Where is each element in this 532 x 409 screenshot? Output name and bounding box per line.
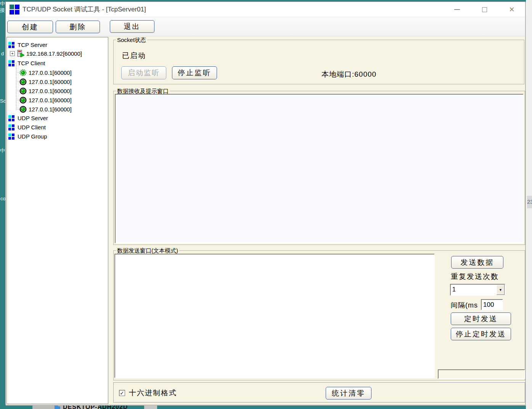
exit-button[interactable]: 退出 bbox=[110, 20, 154, 33]
create-button-label: 创建 bbox=[22, 22, 39, 32]
timed-send-button[interactable]: 定时发送 bbox=[451, 312, 511, 325]
category-squares-icon bbox=[8, 134, 14, 140]
start-listen-label: 启动监听 bbox=[128, 68, 160, 78]
tree-item-label: 127.0.0.1[60000] bbox=[29, 106, 72, 113]
tree-item-label: UDP Group bbox=[18, 133, 47, 140]
category-squares-icon bbox=[8, 60, 14, 66]
dropdown-arrow-icon: ▼ bbox=[499, 288, 502, 292]
stop-listen-button[interactable]: 停止监听 bbox=[172, 66, 217, 79]
tree-item-label: 127.0.0.1[60000] bbox=[29, 97, 72, 103]
tree-item-connection[interactable]: 127.0.0.1[60000] bbox=[19, 78, 72, 85]
send-status-strip bbox=[438, 369, 525, 379]
clear-stats-button[interactable]: 统计清零 bbox=[326, 387, 371, 399]
tree-item-label: TCP Client bbox=[18, 60, 45, 66]
socket-status-group: Socket状态 已启动 启动监听 停止监听 本地端口:60000 bbox=[113, 40, 524, 84]
tree-item-connection[interactable]: 127.0.0.1[60000] bbox=[19, 87, 72, 95]
title-bar: TCP/UDP Socket 调试工具 - [TcpServer01] ✕ bbox=[6, 2, 525, 17]
socket-status-group-title: Socket状态 bbox=[116, 37, 147, 44]
tree-line bbox=[16, 109, 19, 109]
send-data-label: 发送数据 bbox=[461, 258, 494, 267]
app-window: TCP/UDP Socket 调试工具 - [TcpServer01] ✕ 创建… bbox=[5, 2, 526, 405]
desktop-text-fragment: 中 bbox=[0, 1, 5, 6]
clear-stats-label: 统计清零 bbox=[332, 388, 365, 398]
tree-item-label: 127.0.0.1[60000] bbox=[29, 79, 72, 85]
tree-item-label: TCP Server bbox=[18, 42, 47, 48]
stop-timed-send-button[interactable]: 停止定时发送 bbox=[451, 328, 511, 340]
socket-status-text: 已启动 bbox=[122, 51, 146, 61]
local-port-text: 本地端口:60000 bbox=[321, 69, 376, 79]
desktop-text-fragment: 接 bbox=[0, 7, 5, 13]
send-data-button[interactable]: 发送数据 bbox=[451, 256, 503, 269]
tree-item-udp-client[interactable]: UDP Client bbox=[8, 124, 46, 130]
stop-timed-send-label: 停止定时发送 bbox=[456, 329, 506, 339]
start-listen-button[interactable]: 启动监听 bbox=[121, 66, 166, 79]
send-group: 数据发送窗口(文本模式) 发送数据 重复发送次数 1 ▼ 间隔(ms 定时发送 … bbox=[113, 250, 525, 380]
maximize-icon bbox=[482, 7, 487, 12]
tree-item-label: 127.0.0.1[60000] bbox=[29, 88, 72, 94]
hex-format-checkbox[interactable]: ✓ bbox=[119, 390, 125, 396]
tree-item-connection[interactable]: 127.0.0.1[60000] bbox=[19, 97, 72, 104]
tree-item-udp-server[interactable]: UDP Server bbox=[8, 115, 48, 121]
tree-line bbox=[16, 100, 19, 100]
tree-line bbox=[16, 72, 19, 73]
create-button[interactable]: 创建 bbox=[7, 21, 53, 33]
tree-item-label: 127.0.0.1[60000] bbox=[29, 69, 72, 76]
repeat-count-label: 重复发送次数 bbox=[451, 272, 499, 282]
tree-item-connection[interactable]: 127.0.0.1[60000] bbox=[19, 106, 72, 113]
hex-format-label: 十六进制格式 bbox=[129, 388, 177, 398]
app-logo-icon bbox=[10, 5, 19, 14]
connection-icon bbox=[19, 87, 27, 95]
desktop-text-fragment: 中 bbox=[0, 148, 5, 153]
tree-line bbox=[16, 63, 16, 110]
tree-line bbox=[16, 91, 19, 91]
repeat-count-value[interactable]: 1 bbox=[451, 285, 497, 295]
dropdown-button[interactable]: ▼ bbox=[497, 285, 505, 295]
bottom-bar: ✓ 十六进制格式 统计清零 bbox=[113, 382, 525, 403]
connection-icon bbox=[19, 78, 27, 85]
connection-active-icon bbox=[19, 69, 27, 76]
connection-icon bbox=[19, 97, 27, 104]
desktop-text-fragment: d bbox=[1, 51, 4, 56]
tree-item-label: UDP Client bbox=[18, 124, 46, 130]
timed-send-label: 定时发送 bbox=[464, 314, 498, 324]
tree-item-connection[interactable]: 127.0.0.1[60000] bbox=[19, 69, 72, 76]
socket-tree: TCP Server + 192.168.17.92[60000] TCP Cl… bbox=[6, 37, 108, 404]
desktop-text-fragment: Sc bbox=[0, 98, 6, 104]
exit-button-label: 退出 bbox=[124, 22, 141, 32]
server-running-icon bbox=[16, 50, 25, 57]
tree-item-server-instance[interactable]: + 192.168.17.92[60000] bbox=[10, 50, 82, 57]
minimize-icon bbox=[454, 9, 460, 10]
receive-group: 数据接收及提示窗口 bbox=[113, 91, 525, 245]
close-icon: ✕ bbox=[509, 6, 514, 13]
receive-textarea[interactable] bbox=[115, 94, 524, 243]
tree-line bbox=[16, 82, 19, 82]
stop-listen-label: 停止监听 bbox=[178, 68, 211, 78]
tree-item-udp-group[interactable]: UDP Group bbox=[8, 133, 47, 140]
expand-plus-icon[interactable]: + bbox=[10, 51, 15, 56]
tree-item-tcp-server[interactable]: TCP Server bbox=[8, 42, 47, 48]
window-title: TCP/UDP Socket 调试工具 - [TcpServer01] bbox=[23, 2, 146, 17]
delete-button-label: 删除 bbox=[69, 22, 86, 32]
check-icon: ✓ bbox=[120, 390, 124, 396]
interval-input[interactable] bbox=[481, 299, 503, 310]
desktop-text-fragment: co bbox=[0, 196, 6, 201]
send-textarea[interactable] bbox=[114, 254, 435, 378]
connection-icon bbox=[19, 106, 27, 113]
minimize-button[interactable] bbox=[448, 2, 466, 17]
tree-item-label: UDP Server bbox=[18, 115, 48, 121]
interval-label: 间隔(ms bbox=[451, 301, 478, 310]
toolbar: 创建 删除 退出 bbox=[6, 17, 525, 36]
category-squares-icon bbox=[8, 115, 14, 121]
taskbar-fragment bbox=[144, 405, 157, 409]
category-squares-icon bbox=[8, 124, 14, 130]
tree-item-label: 192.168.17.92[60000] bbox=[26, 50, 82, 57]
delete-button[interactable]: 删除 bbox=[56, 21, 100, 33]
close-button[interactable]: ✕ bbox=[502, 2, 521, 17]
desktop-clock-fragment: 23 bbox=[527, 196, 532, 208]
category-squares-icon bbox=[8, 42, 14, 48]
repeat-count-combobox[interactable]: 1 ▼ bbox=[450, 284, 505, 296]
tree-item-tcp-client[interactable]: TCP Client bbox=[8, 60, 45, 66]
maximize-button[interactable] bbox=[476, 2, 493, 17]
